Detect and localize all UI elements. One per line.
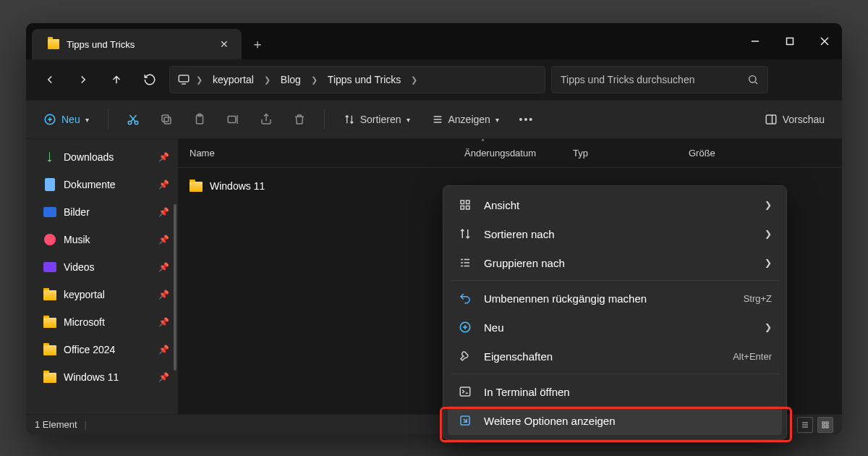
sidebar-item-keyportal[interactable]: keyportal📌	[26, 281, 178, 308]
view-button[interactable]: Anzeigen ▾	[425, 106, 506, 132]
window-controls	[738, 23, 842, 59]
search-input[interactable]	[561, 74, 740, 85]
up-button[interactable]	[103, 66, 130, 93]
column-date[interactable]: Änderungsdatum	[464, 148, 573, 159]
status-count: 1 Element	[35, 419, 77, 430]
search-icon[interactable]	[747, 74, 759, 85]
menu-item-label: Ansicht	[484, 199, 753, 211]
chevron-right-icon: ❯	[765, 229, 772, 239]
context-menu: Ansicht❯Sortieren nach❯Gruppieren nach❯U…	[443, 185, 787, 440]
group-icon	[458, 256, 472, 270]
pin-icon[interactable]: 📌	[158, 152, 169, 162]
breadcrumb-item[interactable]: Blog	[276, 74, 305, 85]
video-icon	[43, 261, 56, 274]
view-label: Anzeigen	[448, 114, 490, 125]
terminal-icon	[458, 384, 472, 399]
svg-rect-24	[460, 387, 470, 396]
preview-button[interactable]: Vorschau	[757, 106, 832, 132]
tab-close-button[interactable]: ✕	[220, 38, 229, 50]
preview-label: Vorschau	[783, 114, 825, 125]
column-size[interactable]: Größe	[689, 148, 746, 159]
sidebar-item-dokumente[interactable]: Dokumente📌	[26, 171, 178, 198]
breadcrumb-item[interactable]: keyportal	[208, 74, 258, 85]
sort-button[interactable]: Sortieren ▾	[336, 106, 417, 132]
sidebar-item-label: Dokumente	[64, 179, 116, 190]
menu-item-label: Neu	[484, 321, 753, 334]
menu-item-in-terminal-ffnen[interactable]: In Terminal öffnen	[448, 377, 782, 406]
new-tab-button[interactable]: ＋	[242, 29, 273, 59]
menu-item-ansicht[interactable]: Ansicht❯	[448, 190, 782, 219]
pin-icon[interactable]: 📌	[158, 345, 169, 355]
pin-icon[interactable]: 📌	[158, 180, 169, 190]
sidebar-item-label: Musik	[64, 234, 90, 245]
sidebar-item-bilder[interactable]: Bilder📌	[26, 198, 178, 226]
wrench-icon	[458, 349, 472, 363]
svg-rect-22	[467, 206, 470, 210]
share-button[interactable]	[253, 106, 279, 132]
sidebar-item-label: Windows 11	[64, 371, 119, 383]
chevron-down-icon: ▾	[495, 116, 499, 124]
ellipsis-icon: •••	[519, 114, 535, 125]
sidebar-item-label: keyportal	[64, 289, 105, 300]
breadcrumb[interactable]: ❯ keyportal ❯ Blog ❯ Tipps und Tricks ❯	[169, 66, 545, 93]
new-label: Neu	[61, 114, 80, 125]
menu-item-eigenschaften[interactable]: EigenschaftenAlt+Enter	[448, 342, 782, 371]
sort-indicator-icon: ˄	[481, 138, 485, 146]
pin-icon[interactable]: 📌	[158, 290, 169, 300]
sidebar-item-videos[interactable]: Videos📌	[26, 253, 178, 281]
cut-button[interactable]	[120, 106, 146, 132]
more-button[interactable]: •••	[514, 106, 540, 132]
menu-separator	[451, 280, 779, 281]
sort-label: Sortieren	[360, 114, 401, 125]
menu-item-label: In Terminal öffnen	[484, 386, 772, 398]
forward-button[interactable]	[69, 66, 97, 93]
menu-item-sortieren-nach[interactable]: Sortieren nach❯	[448, 219, 782, 248]
sidebar-item-office-2024[interactable]: Office 2024📌	[26, 336, 178, 363]
separator	[108, 109, 109, 130]
rename-button[interactable]	[220, 106, 246, 132]
pin-icon[interactable]: 📌	[158, 207, 169, 217]
chevron-down-icon: ▾	[407, 116, 410, 124]
menu-item-weitere-optionen-anzeigen[interactable]: Weitere Optionen anzeigen	[448, 406, 782, 435]
details-view-toggle[interactable]	[797, 417, 813, 433]
pin-icon[interactable]: 📌	[158, 235, 169, 245]
copy-button[interactable]	[153, 106, 179, 132]
music-icon	[43, 233, 56, 246]
svg-rect-4	[179, 75, 189, 82]
pin-icon[interactable]: 📌	[158, 262, 169, 272]
new-button[interactable]: Neu ▾	[36, 106, 96, 132]
sidebar-item-musik[interactable]: Musik📌	[26, 226, 178, 253]
menu-item-umbenennen-r-ckg-ngig-machen[interactable]: Umbenennen rückgängig machenStrg+Z	[448, 284, 782, 313]
menu-item-gruppieren-nach[interactable]: Gruppieren nach❯	[448, 248, 782, 277]
download-icon: ⭣	[43, 151, 56, 164]
scrollbar[interactable]	[174, 204, 176, 371]
pin-icon[interactable]: 📌	[158, 317, 169, 327]
sidebar-item-downloads[interactable]: ⭣Downloads📌	[26, 143, 178, 171]
refresh-button[interactable]	[136, 66, 163, 93]
sidebar-item-microsoft[interactable]: Microsoft📌	[26, 308, 178, 336]
close-button[interactable]	[807, 23, 842, 59]
back-button[interactable]	[36, 66, 64, 93]
thumbnails-view-toggle[interactable]	[817, 417, 833, 433]
nav-row: ❯ keyportal ❯ Blog ❯ Tipps und Tricks ❯	[26, 59, 842, 100]
sidebar-item-label: Bilder	[64, 206, 90, 218]
delete-button[interactable]	[286, 106, 312, 132]
pin-icon[interactable]: 📌	[158, 372, 169, 382]
minimize-button[interactable]	[738, 23, 773, 59]
paste-button[interactable]	[187, 106, 213, 132]
search-box[interactable]	[551, 66, 768, 93]
svg-rect-18	[826, 426, 828, 428]
svg-rect-14	[766, 115, 776, 124]
column-type[interactable]: Typ	[573, 148, 689, 159]
titlebar: Tipps und Tricks ✕ ＋	[26, 23, 842, 59]
picture-icon	[43, 206, 56, 219]
breadcrumb-item[interactable]: Tipps und Tricks	[323, 74, 405, 85]
chevron-right-icon: ❯	[308, 75, 320, 85]
menu-item-label: Umbenennen rückgängig machen	[484, 292, 732, 305]
column-name[interactable]: Name	[190, 148, 464, 159]
sidebar-item-windows-11[interactable]: Windows 11📌	[26, 363, 178, 391]
menu-item-neu[interactable]: Neu❯	[448, 313, 782, 342]
tab-current[interactable]: Tipps und Tricks ✕	[32, 29, 242, 59]
sidebar-item-label: Videos	[64, 261, 95, 273]
maximize-button[interactable]	[773, 23, 807, 59]
